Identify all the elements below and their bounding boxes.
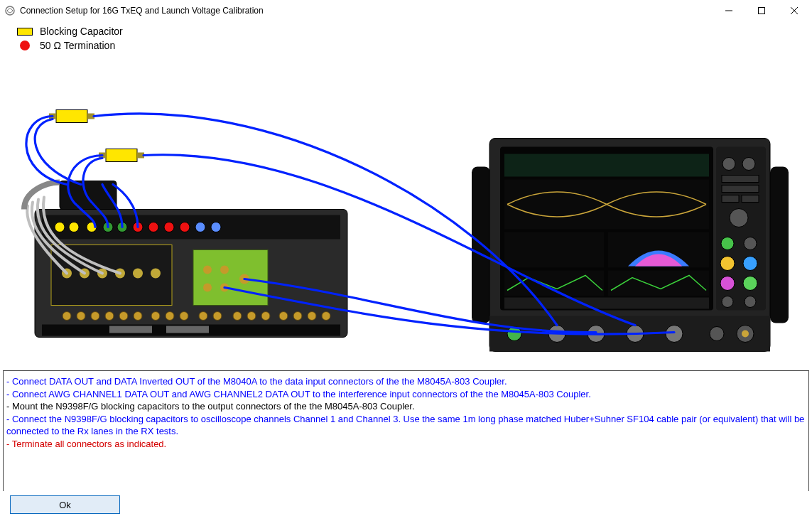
svg-point-13 (148, 222, 158, 232)
instruction-panel: - Connect DATA OUT and DATA Inverted OUT… (3, 370, 809, 491)
dialog-window: Connection Setup for 16G TxEQ and Launch… (0, 0, 812, 521)
instrument-left (35, 210, 347, 338)
svg-rect-64 (504, 232, 604, 268)
svg-point-90 (666, 326, 683, 343)
svg-point-47 (308, 312, 316, 321)
svg-point-15 (180, 222, 190, 232)
svg-rect-51 (166, 326, 209, 333)
svg-point-16 (195, 222, 205, 232)
svg-rect-73 (722, 186, 759, 193)
maximize-icon (758, 7, 765, 14)
svg-point-91 (710, 327, 724, 341)
svg-point-35 (119, 312, 128, 321)
svg-rect-25 (193, 250, 268, 306)
svg-point-80 (743, 257, 757, 271)
svg-point-82 (743, 276, 757, 291)
svg-point-76 (730, 209, 748, 227)
svg-point-38 (166, 312, 174, 321)
svg-rect-59 (770, 167, 789, 323)
close-icon (791, 7, 798, 14)
svg-point-70 (722, 158, 735, 171)
svg-point-39 (180, 312, 188, 321)
svg-rect-72 (722, 176, 759, 183)
svg-point-44 (261, 312, 270, 321)
svg-point-31 (63, 312, 71, 321)
instruction-line: - Mount the N9398F/G blocking capacitors… (6, 400, 806, 413)
svg-rect-62 (504, 154, 709, 177)
legend: Blocking Capacitor 50 Ω Termination (0, 21, 812, 53)
svg-point-37 (151, 312, 160, 321)
svg-point-78 (744, 237, 757, 250)
blocking-capacitor-label: Blocking Capacitor (40, 24, 123, 38)
termination-swatch (20, 41, 30, 50)
dialog-footer: Ok (0, 491, 812, 521)
window-title: Connection Setup for 16G TxEQ and Launch… (20, 6, 713, 16)
blocking-capacitor-2 (99, 149, 144, 162)
blocking-capacitor-1 (49, 110, 94, 123)
svg-point-46 (293, 312, 302, 321)
termination-label: 50 Ω Termination (40, 38, 115, 53)
svg-point-34 (105, 312, 114, 321)
app-icon (4, 5, 16, 16)
svg-rect-75 (742, 195, 759, 203)
svg-rect-68 (504, 298, 709, 309)
svg-point-81 (720, 276, 735, 291)
svg-point-27 (220, 266, 229, 274)
svg-point-48 (322, 312, 330, 321)
legend-row: 50 Ω Termination (17, 38, 795, 53)
svg-point-17 (211, 222, 221, 232)
svg-point-93 (742, 331, 749, 338)
svg-point-79 (720, 257, 735, 271)
svg-point-71 (742, 158, 755, 171)
svg-point-36 (134, 312, 142, 321)
svg-point-43 (247, 312, 256, 321)
svg-point-14 (164, 222, 174, 232)
close-button[interactable] (778, 0, 811, 21)
svg-point-77 (721, 237, 734, 250)
instruction-line: - Connect the N9398F/G blocking capacito… (6, 413, 806, 438)
minimize-icon (725, 7, 732, 14)
maximize-button[interactable] (745, 0, 778, 21)
instruction-line: - Connect DATA OUT and DATA Inverted OUT… (6, 375, 806, 388)
instruction-line: - Terminate all connectors as indicated. (6, 438, 806, 451)
svg-point-32 (77, 312, 85, 321)
minimize-button[interactable] (713, 0, 745, 21)
svg-point-83 (722, 296, 733, 308)
svg-point-42 (233, 312, 242, 321)
svg-point-24 (151, 269, 161, 279)
svg-point-33 (91, 312, 99, 321)
svg-rect-74 (722, 195, 739, 203)
legend-row: Blocking Capacitor (17, 24, 795, 38)
svg-rect-50 (109, 326, 152, 333)
svg-point-26 (203, 266, 212, 274)
svg-point-28 (203, 284, 212, 292)
svg-rect-2 (759, 8, 765, 14)
svg-rect-55 (106, 149, 137, 162)
ok-button[interactable]: Ok (10, 495, 120, 514)
svg-point-84 (745, 296, 756, 308)
svg-point-8 (69, 222, 79, 232)
instrument-right-oscilloscope (472, 139, 789, 352)
blocking-capacitor-swatch (17, 28, 33, 36)
instruction-line: - Connect AWG CHANNEL1 DATA OUT and AWG … (6, 388, 806, 401)
svg-point-45 (279, 312, 288, 321)
titlebar: Connection Setup for 16G TxEQ and Launch… (0, 0, 812, 21)
svg-point-40 (199, 312, 207, 321)
svg-point-7 (55, 222, 65, 232)
svg-point-41 (213, 312, 222, 321)
svg-point-23 (133, 269, 143, 279)
svg-rect-52 (56, 110, 87, 123)
connection-diagram (17, 55, 795, 363)
